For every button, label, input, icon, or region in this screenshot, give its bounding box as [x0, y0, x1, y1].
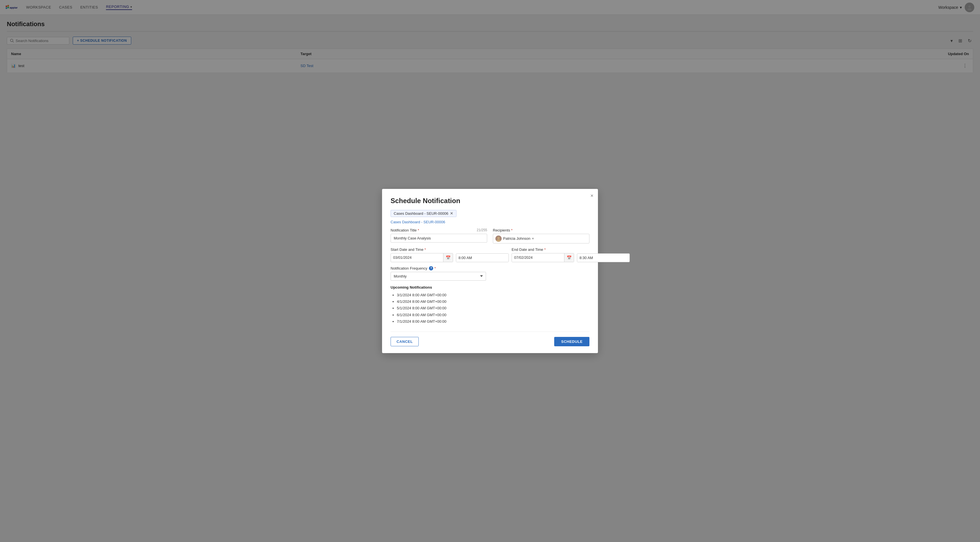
- modal-overlay[interactable]: × Schedule Notification Cases Dashboard …: [0, 0, 980, 78]
